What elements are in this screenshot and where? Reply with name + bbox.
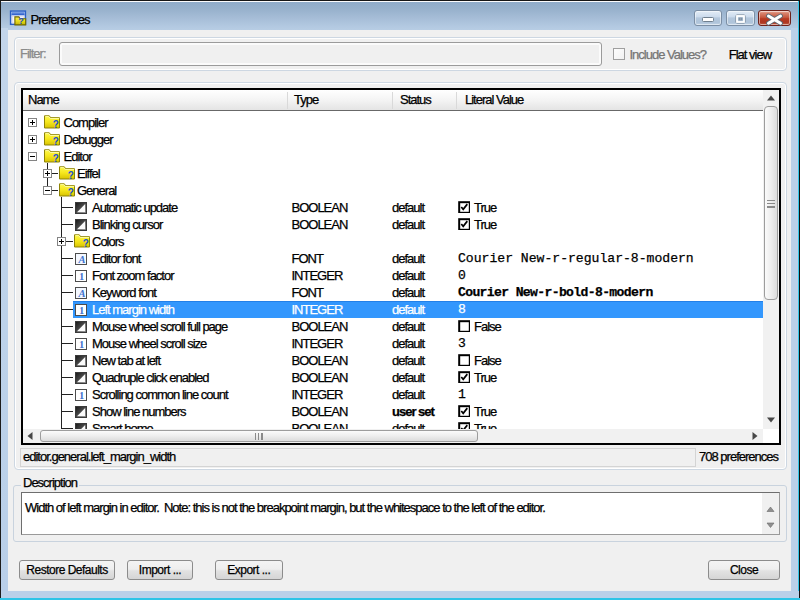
svg-text:?: ? — [67, 169, 73, 179]
svg-text:A: A — [77, 253, 85, 264]
svg-text:?: ? — [52, 135, 58, 145]
svg-text:?: ? — [52, 152, 58, 162]
svg-text:?: ? — [18, 16, 23, 26]
svg-text:?: ? — [67, 186, 73, 196]
svg-text:A: A — [77, 287, 85, 298]
svg-text:?: ? — [82, 237, 88, 247]
svg-text:?: ? — [52, 118, 58, 128]
